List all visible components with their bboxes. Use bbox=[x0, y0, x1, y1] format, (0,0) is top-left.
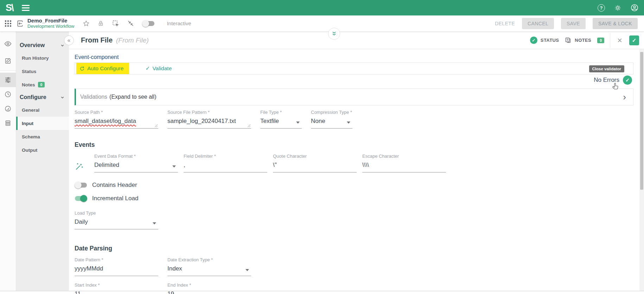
compression-type-select[interactable]: None bbox=[311, 118, 352, 129]
start-index-input[interactable]: 11 bbox=[75, 290, 158, 294]
validations-title: Validations bbox=[80, 94, 107, 100]
date-extraction-type-select[interactable]: Index bbox=[167, 265, 251, 276]
sidebar-section-overview[interactable]: Overview bbox=[16, 39, 69, 51]
scrollbar-thumb[interactable] bbox=[640, 52, 643, 190]
resize-handle-icon[interactable] bbox=[247, 124, 251, 128]
save-button[interactable]: SAVE bbox=[561, 18, 586, 29]
component-config-panel: « From File (From File) ✓ STATUS NOTES 0 bbox=[69, 32, 644, 291]
configure-label: Configure bbox=[20, 94, 46, 100]
contains-header-toggle[interactable] bbox=[75, 182, 87, 189]
date-pattern-input[interactable]: yyyyMMdd bbox=[75, 265, 158, 276]
event-component-label: Event-component bbox=[75, 54, 633, 60]
collapse-arrows-icon[interactable] bbox=[127, 20, 134, 27]
escape-character-field: Escape Character \\\\ bbox=[362, 153, 446, 172]
settings-gear-icon[interactable] bbox=[614, 4, 621, 12]
left-icon-rail bbox=[0, 32, 16, 291]
sidebar-item-input[interactable]: Input bbox=[16, 117, 69, 130]
expand-panel-chevron-button[interactable] bbox=[328, 28, 340, 40]
configure-flow-icon[interactable] bbox=[0, 73, 16, 87]
component-subtitle: (From File) bbox=[116, 37, 149, 44]
quote-character-input[interactable]: \" bbox=[273, 162, 357, 172]
sidebar-section-configure[interactable]: Configure bbox=[16, 91, 69, 103]
file-type-select[interactable]: Textfile bbox=[260, 118, 302, 129]
preview-eye-icon[interactable] bbox=[0, 37, 16, 51]
menu-icon[interactable] bbox=[22, 5, 30, 11]
sidebar-item-schema[interactable]: Schema bbox=[16, 130, 69, 143]
load-type-label: Load Type bbox=[75, 210, 158, 216]
source-path-input[interactable]: small_dataset/log_data bbox=[75, 118, 158, 129]
compression-type-label: Compression Type * bbox=[311, 110, 352, 115]
collapse-panel-button[interactable]: « bbox=[64, 35, 74, 45]
rail-divider bbox=[0, 70, 16, 71]
sidebar-item-status[interactable]: Status bbox=[16, 65, 69, 78]
source-file-pattern-input[interactable]: sample_log_20240417.txt bbox=[167, 118, 251, 129]
sidebar-item-output[interactable]: Output bbox=[16, 143, 69, 157]
date-parsing-section-title: Date Parsing bbox=[75, 245, 633, 252]
events-section-title: Events bbox=[75, 141, 633, 149]
date-pattern-label: Date Pattern * bbox=[75, 257, 158, 263]
save-lock-button[interactable]: SAVE & LOCK bbox=[593, 18, 638, 29]
vertical-scrollbar[interactable] bbox=[639, 49, 644, 291]
notes-icon bbox=[565, 37, 572, 44]
status-chip[interactable]: ✓ STATUS bbox=[530, 37, 559, 44]
chevron-down-icon bbox=[60, 43, 65, 48]
load-type-select[interactable]: Daily bbox=[75, 218, 158, 229]
field-delimiter-input[interactable]: , bbox=[184, 162, 267, 172]
validations-expander[interactable]: Validations (Expand to see all) › bbox=[75, 89, 633, 105]
select-area-icon[interactable] bbox=[112, 20, 119, 27]
stack-layers-icon[interactable] bbox=[0, 116, 16, 130]
status-label: STATUS bbox=[541, 38, 559, 43]
apply-check-button[interactable]: ✓ bbox=[629, 35, 639, 45]
escape-character-input[interactable]: \\\\ bbox=[362, 162, 446, 172]
close-panel-icon[interactable]: × bbox=[616, 36, 624, 45]
delete-button[interactable]: DELETE bbox=[495, 21, 515, 26]
interactive-toggle[interactable] bbox=[142, 20, 155, 27]
favorite-star-icon[interactable] bbox=[83, 20, 90, 27]
mouse-cursor-hand bbox=[612, 83, 619, 91]
close-validator-tooltip: Close validator bbox=[589, 65, 624, 72]
edit-compose-icon[interactable] bbox=[0, 54, 16, 68]
user-account-icon[interactable] bbox=[631, 4, 638, 12]
dropdown-arrow-icon[interactable] bbox=[347, 122, 350, 124]
sidebar-item-notes[interactable]: Notes 0 bbox=[16, 78, 69, 91]
source-path-label: Source Path * bbox=[75, 110, 158, 115]
magic-wand-icon[interactable] bbox=[75, 162, 84, 172]
source-path-field: Source Path * small_dataset/log_data bbox=[75, 110, 158, 129]
monitor-gauge-icon[interactable] bbox=[0, 102, 16, 116]
history-clock-icon[interactable] bbox=[0, 87, 16, 102]
date-pattern-field: Date Pattern * yyyyMMdd bbox=[75, 257, 158, 276]
exit-workflow-icon[interactable] bbox=[16, 20, 24, 27]
workflow-title-block: Demo_FromFile Development Workflow bbox=[27, 18, 74, 29]
quote-character-field: Quote Character \" bbox=[273, 153, 357, 172]
incremental-load-label: Incremental Load bbox=[92, 195, 138, 202]
start-index-label: Start Index * bbox=[75, 282, 158, 288]
event-data-format-select[interactable]: Delimited bbox=[94, 162, 178, 172]
end-index-input[interactable]: 19 bbox=[167, 290, 251, 294]
lock-icon[interactable] bbox=[97, 20, 104, 27]
sidebar-item-general[interactable]: General bbox=[16, 103, 69, 117]
validate-label: Validate bbox=[152, 65, 172, 72]
cancel-button[interactable]: CANCEL bbox=[522, 18, 554, 29]
validator-result-row: Close validator No Errors ✓ bbox=[75, 74, 633, 86]
dropdown-arrow-icon[interactable] bbox=[246, 269, 249, 271]
no-errors-check-icon[interactable]: ✓ bbox=[623, 76, 632, 85]
app-topbar: S\ ? bbox=[0, 0, 644, 15]
sidebar-item-run-history[interactable]: Run History bbox=[16, 51, 69, 65]
dropdown-arrow-icon[interactable] bbox=[153, 222, 156, 224]
dropdown-arrow-icon[interactable] bbox=[296, 122, 300, 124]
file-type-field: File Type * Textfile bbox=[260, 110, 302, 129]
no-errors-label: No Errors bbox=[594, 77, 619, 84]
load-type-field: Load Type Daily bbox=[75, 210, 158, 229]
apps-grid-icon[interactable] bbox=[5, 20, 11, 27]
notes-chip[interactable]: NOTES 0 bbox=[565, 37, 604, 44]
incremental-load-toggle[interactable] bbox=[75, 195, 87, 202]
source-file-pattern-label: Source File Pattern * bbox=[167, 110, 251, 115]
event-data-format-field: Event Data Format * Delimited bbox=[94, 153, 178, 172]
help-icon[interactable]: ? bbox=[598, 4, 605, 12]
resize-handle-icon[interactable] bbox=[154, 124, 158, 128]
validate-button[interactable]: ✓ Validate bbox=[145, 65, 172, 72]
auto-configure-button[interactable]: Auto Configure bbox=[76, 63, 129, 74]
escape-character-label: Escape Character bbox=[362, 153, 446, 159]
source-path-value: small_dataset/log_data bbox=[75, 118, 136, 124]
dropdown-arrow-icon[interactable] bbox=[172, 165, 176, 168]
